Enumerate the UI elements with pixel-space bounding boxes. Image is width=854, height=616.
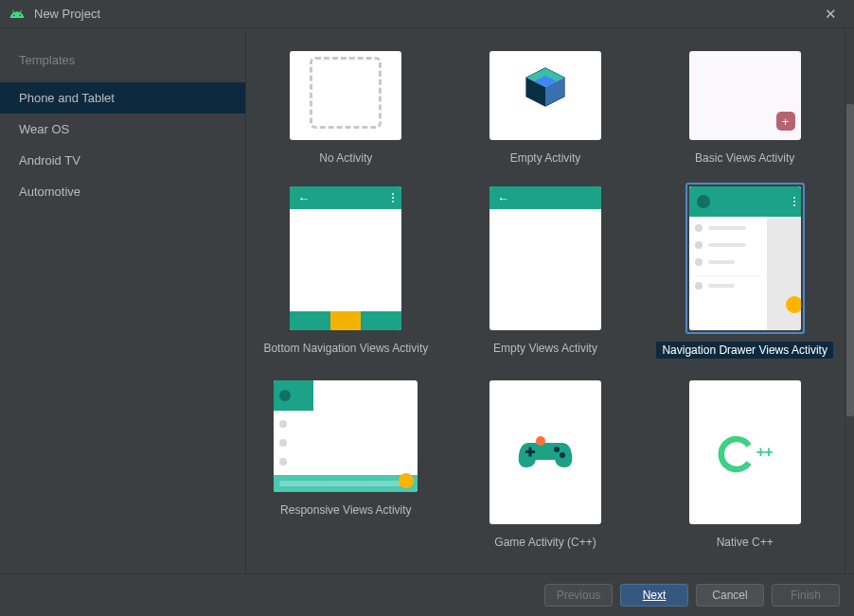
back-arrow-icon: [297, 191, 310, 205]
svg-rect-7: [528, 448, 531, 457]
resize-arrow-icon: [285, 486, 406, 492]
thumbnail: [489, 51, 601, 140]
compose-cube-icon: [523, 64, 568, 110]
gamepad-icon: [517, 433, 574, 471]
button-label: Cancel: [712, 589, 747, 602]
button-label: Previous: [557, 589, 601, 602]
scrollbar-thumb[interactable]: [846, 104, 854, 416]
template-label: Responsive Views Activity: [280, 503, 412, 517]
close-icon[interactable]: ✕: [816, 6, 845, 23]
thumbnail: [274, 380, 418, 492]
avatar-icon: [279, 390, 291, 401]
cpp-icon: ++: [718, 431, 773, 473]
sidebar-item-phone-tablet[interactable]: Phone and Tablet: [0, 82, 245, 114]
sidebar-item-label: Wear OS: [19, 122, 69, 136]
thumbnail: [489, 380, 601, 524]
window-title: New Project: [34, 7, 100, 21]
fab-plus-icon: +: [776, 112, 795, 131]
sidebar-header: Templates: [0, 45, 245, 82]
appbar-icon: [290, 186, 401, 209]
android-logo-icon: [9, 7, 25, 22]
template-label: Navigation Drawer Views Activity: [656, 342, 833, 359]
template-label: No Activity: [319, 151, 372, 165]
more-icon: [392, 193, 394, 202]
cancel-button[interactable]: Cancel: [696, 584, 764, 607]
fab-icon: [399, 473, 414, 488]
appbar-icon: [489, 186, 601, 209]
svg-point-8: [554, 447, 560, 452]
template-empty-views-activity[interactable]: Empty Views Activity: [446, 183, 646, 362]
avatar-icon: [697, 195, 710, 208]
bottom-nav-icon: [290, 311, 401, 330]
template-label: Game Activity (C++): [494, 536, 596, 549]
previous-button[interactable]: Previous: [544, 584, 613, 607]
template-label: Empty Views Activity: [493, 342, 597, 355]
titlebar: New Project ✕: [0, 0, 854, 28]
dashed-placeholder-icon: [310, 57, 382, 129]
button-label: Next: [643, 589, 667, 602]
template-basic-views-activity[interactable]: + Basic Views Activity: [645, 47, 845, 168]
template-nav-drawer-views-activity[interactable]: Navigation Drawer Views Activity: [645, 183, 845, 362]
thumbnail: ++: [689, 380, 801, 524]
fab-icon: [786, 296, 801, 313]
thumbnail: [489, 186, 601, 330]
sidebar-item-automotive[interactable]: Automotive: [0, 176, 245, 207]
svg-point-9: [560, 452, 565, 458]
finish-button[interactable]: Finish: [772, 584, 840, 607]
template-label: Basic Views Activity: [695, 151, 794, 165]
template-empty-activity[interactable]: Empty Activity: [446, 47, 646, 168]
template-native-cpp[interactable]: ++ Native C++: [645, 377, 845, 553]
template-no-activity[interactable]: No Activity: [246, 47, 446, 168]
sidebar-item-wear-os[interactable]: Wear OS: [0, 114, 245, 145]
template-gallery: No Activity: [246, 28, 854, 573]
footer: Previous Next Cancel Finish: [0, 573, 854, 616]
sidebar-item-android-tv[interactable]: Android TV: [0, 145, 245, 176]
sidebar-item-label: Automotive: [19, 185, 80, 199]
template-label: Empty Activity: [510, 151, 581, 165]
svg-point-10: [536, 436, 545, 446]
sidebar-item-label: Phone and Tablet: [19, 91, 115, 105]
thumbnail: [290, 51, 401, 140]
button-label: Finish: [791, 589, 821, 602]
thumbnail: [290, 186, 401, 330]
scrollbar[interactable]: [845, 28, 854, 573]
template-bottom-nav-views-activity[interactable]: Bottom Navigation Views Activity: [246, 183, 446, 362]
template-label: Bottom Navigation Views Activity: [263, 342, 428, 355]
template-game-activity-cpp[interactable]: Game Activity (C++): [446, 377, 646, 553]
sidebar: Templates Phone and Tablet Wear OS Andro…: [0, 28, 246, 573]
next-button[interactable]: Next: [620, 584, 688, 607]
thumbnail: [689, 186, 801, 330]
back-arrow-icon: [497, 191, 509, 205]
template-responsive-views-activity[interactable]: Responsive Views Activity: [246, 377, 446, 553]
sidebar-item-label: Android TV: [19, 153, 80, 167]
template-label: Native C++: [717, 536, 774, 549]
thumbnail: +: [689, 51, 801, 140]
more-icon: [793, 197, 795, 206]
